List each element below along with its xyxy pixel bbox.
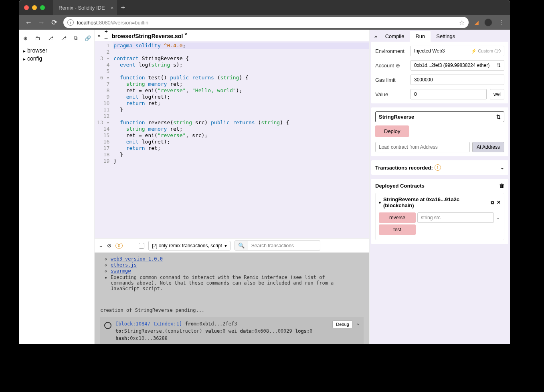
env-select[interactable]: Injected Web3 ⚡ Custom (19	[411, 46, 504, 56]
copy-address-icon[interactable]: ⧉	[491, 200, 494, 205]
link-icon[interactable]: 🔗	[85, 35, 91, 41]
chevron-down-icon[interactable]: ⌄	[495, 215, 501, 220]
info-icon[interactable]: i	[67, 19, 74, 26]
at-address-button[interactable]: At Address	[472, 142, 504, 152]
browser-toolbar: ← → ⟳ i localhost:8080/#version=builtin …	[19, 15, 510, 30]
link-ethers[interactable]: ethers.js	[111, 262, 137, 268]
add-account-icon[interactable]: ⊕	[396, 63, 400, 69]
contract-select[interactable]: StringReverse⇅	[375, 111, 504, 122]
terminal-toolbar: ⌄ ⊘ 0 [2] only remix transactions, scrip…	[95, 238, 369, 253]
tree-browser[interactable]: browser	[23, 46, 90, 55]
kebab-menu-icon[interactable]: ⋮	[498, 19, 504, 26]
tree-config[interactable]: config	[23, 55, 90, 63]
link-web3[interactable]: web3 version 1.0.0	[111, 256, 163, 262]
terminal-toggle-icon[interactable]: ⌄	[99, 242, 103, 249]
terminal-clear-icon[interactable]: ⊘	[107, 242, 111, 249]
code-editor[interactable]: 123 ▾456 ▾78910111213 ▾141516171819 prag…	[95, 42, 369, 238]
account-select[interactable]: 0xb1d...2fef3 (999.99838224 ether)⇅	[411, 60, 504, 71]
collapse-instance-icon[interactable]: ▾	[379, 200, 381, 205]
bookmark-icon[interactable]: ☆	[459, 19, 465, 26]
window-minimize[interactable]	[32, 5, 37, 10]
file-tree: ⊕ 🗀 ⎇ ⎇ ⧉ 🔗 browser config	[19, 30, 95, 344]
load-address-input[interactable]	[375, 142, 470, 152]
folder-icon[interactable]: 🗀	[35, 35, 40, 41]
pending-badge: 0	[115, 243, 123, 249]
window-close[interactable]	[24, 5, 29, 10]
value-input[interactable]: 0	[411, 89, 487, 99]
tab-title: Remix - Solidity IDE	[59, 5, 105, 11]
collapse-panel-icon[interactable]: »	[372, 34, 380, 42]
link-swarmgw[interactable]: swarmgw	[111, 268, 131, 274]
instance-title: StringReverse at 0xa16...91a2c (blockcha…	[383, 196, 488, 208]
url-bar[interactable]: i localhost:8080/#version=builtin ☆	[63, 17, 469, 28]
url-host: localhost	[77, 20, 97, 26]
tx-meta: [block:10847 txIndex:1]	[115, 321, 182, 327]
debug-button[interactable]: Debug	[332, 320, 352, 328]
forward-button: →	[38, 18, 45, 27]
listen-checkbox[interactable]	[139, 243, 144, 249]
search-icon[interactable]: 🔍	[235, 240, 248, 251]
tx-log-row[interactable]: [block:10847 txIndex:1] from:0xb1d...2fe…	[100, 317, 364, 344]
collapse-tabs-icon[interactable]: «	[98, 33, 101, 38]
tx-filter-dropdown[interactable]: [2] only remix transactions, script▾	[148, 241, 231, 251]
deployed-label: Deployed Contracts	[375, 183, 425, 189]
file-tab[interactable]: browser/StringReverse.sol ×	[112, 32, 187, 39]
expand-tx-icon[interactable]: ⌄	[357, 320, 360, 326]
contract-instance: ▾ StringReverse at 0xa16...91a2c (blockc…	[375, 193, 504, 240]
gas-label: Gas limit	[375, 77, 407, 83]
new-tab-button[interactable]: +	[121, 4, 125, 12]
tab-run[interactable]: Run	[410, 31, 431, 42]
account-label: Account ⊕	[375, 63, 407, 69]
close-tab-icon[interactable]: ×	[111, 5, 114, 11]
extension-icon[interactable]: ◢	[474, 19, 479, 26]
github-icon[interactable]: ⎇	[47, 35, 53, 41]
new-file-icon[interactable]: ⊕	[23, 35, 28, 41]
swarm-icon[interactable]: ⎇	[61, 35, 67, 41]
env-label: Environment	[375, 48, 407, 54]
fn-reverse-button[interactable]: reverse	[379, 212, 416, 223]
url-path: /#version=builtin	[111, 20, 148, 26]
terminal[interactable]: web3 version 1.0.0 ethers.js swarmgw Exe…	[95, 253, 369, 344]
browser-tabbar: Remix - Solidity IDE × +	[19, 0, 510, 15]
add-tab-icon[interactable]: +–	[105, 30, 108, 41]
tx-pending: creation of StringReverse pending...	[100, 307, 364, 313]
fn-test-button[interactable]: test	[379, 224, 416, 235]
browser-tab[interactable]: Remix - Solidity IDE ×	[53, 0, 117, 15]
search-transactions-input[interactable]	[248, 240, 320, 251]
close-file-icon[interactable]: ×	[184, 32, 187, 36]
value-unit-select[interactable]: wei	[490, 89, 504, 99]
tab-settings[interactable]: Settings	[431, 31, 461, 42]
copy-icon[interactable]: ⧉	[74, 35, 77, 41]
transactions-recorded[interactable]: Transactions recorded: 1 ⌄	[371, 160, 508, 175]
reload-button[interactable]: ⟳	[51, 18, 58, 27]
chevron-down-icon[interactable]: ⌄	[500, 165, 504, 170]
url-port: :8080	[97, 20, 111, 26]
window-maximize[interactable]	[40, 5, 45, 10]
profile-avatar[interactable]	[484, 18, 492, 26]
txrec-count: 1	[435, 164, 441, 171]
tx-status-icon	[104, 322, 111, 329]
back-button[interactable]: ←	[25, 18, 32, 27]
deploy-button[interactable]: Deploy	[375, 125, 409, 137]
run-panel: » Compile Run Settings Environment Injec…	[370, 30, 510, 344]
gas-input[interactable]: 3000000	[411, 75, 504, 85]
value-label: Value	[375, 91, 407, 97]
tab-compile[interactable]: Compile	[380, 31, 410, 42]
editor-tabs: « +– browser/StringReverse.sol ×	[95, 30, 369, 42]
terminal-note: Executing common command to interact wit…	[111, 275, 343, 291]
trash-icon[interactable]: 🗑	[499, 183, 504, 189]
remove-instance-icon[interactable]: ✕	[497, 200, 501, 205]
fn-reverse-input[interactable]	[417, 212, 494, 223]
